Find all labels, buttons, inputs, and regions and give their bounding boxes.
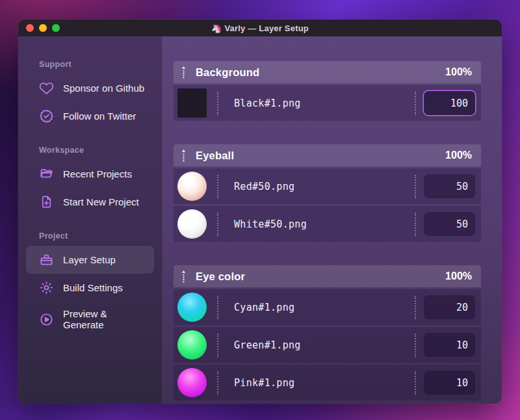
layer-row: Cyan#1.png 20	[174, 289, 481, 325]
sidebar-section: Workspace Recent Projects Start New Proj…	[18, 146, 162, 216]
divider-dotted	[217, 213, 218, 236]
drag-handle-icon[interactable]	[180, 65, 188, 79]
layer-group-weight: 100%	[445, 66, 472, 78]
divider-dotted	[415, 371, 416, 395]
window-title: 🦄Varly — Layer Setup	[18, 23, 502, 33]
divider-dotted	[217, 334, 218, 357]
layer-weight-input[interactable]: 10	[424, 333, 475, 357]
app-icon: 🦄	[211, 23, 222, 33]
layer-row: White#50.png 50	[174, 206, 481, 242]
layer-filename: Pink#1.png	[234, 377, 294, 389]
sidebar-item-preview-generate[interactable]: Preview & Generate	[26, 302, 154, 337]
sidebar-item-follow-on-twitter[interactable]: Follow on Twitter	[26, 102, 154, 130]
white-sphere-thumbnail	[177, 209, 207, 239]
divider-dotted	[415, 213, 416, 236]
sidebar-item-label: Recent Projects	[63, 168, 132, 179]
play-circle-icon	[39, 312, 54, 327]
layer-setup-panel: Background 100% Black#1.png 100 Eyeball …	[162, 36, 502, 404]
sidebar-item-label: Start New Project	[63, 196, 139, 207]
layer-filename: Black#1.png	[234, 98, 301, 109]
sidebar-item-build-settings[interactable]: Build Settings	[26, 274, 154, 302]
layer-filename: White#50.png	[234, 218, 307, 230]
divider-dotted	[217, 296, 218, 319]
green-sphere-thumbnail	[177, 330, 207, 360]
layer-group-title: Background	[196, 66, 259, 79]
divider-dotted	[415, 334, 416, 357]
sidebar-item-recent-projects[interactable]: Recent Projects	[26, 160, 154, 188]
drag-handle-icon[interactable]	[180, 269, 188, 283]
sidebar-item-label: Build Settings	[63, 282, 123, 293]
sidebar-section: Support Sponsor on Github Follow on Twit…	[18, 60, 162, 130]
heart-icon	[39, 81, 54, 96]
layer-group-weight: 100%	[445, 270, 472, 282]
layer-group-header: Eye color 100%	[174, 265, 481, 287]
layer-weight-input[interactable]: 20	[424, 295, 475, 319]
layer-group-weight: 100%	[445, 150, 472, 161]
divider-dotted	[217, 175, 218, 198]
layer-weight-input[interactable]: 50	[424, 212, 475, 236]
divider-dotted	[415, 92, 416, 115]
window-title-text: Varly — Layer Setup	[224, 23, 309, 33]
layer-weight-input[interactable]: 100	[424, 91, 475, 115]
gear-icon	[39, 280, 54, 295]
folder-icon	[39, 166, 54, 181]
layer-group-header: Eyeball 100%	[174, 144, 481, 166]
red-sphere-thumbnail	[177, 172, 207, 201]
sidebar-item-label: Follow on Twitter	[63, 111, 136, 122]
layer-filename: Red#50.png	[234, 181, 294, 192]
sidebar-section-label: Support	[39, 60, 162, 69]
divider-dotted	[415, 296, 416, 319]
titlebar: 🦄Varly — Layer Setup	[18, 20, 502, 36]
layer-weight-input[interactable]: 10	[424, 371, 475, 395]
layer-row: Pink#1.png 10	[174, 365, 481, 400]
layer-group-eye-color: Eye color 100% Cyan#1.png 20 Green#1.png…	[174, 265, 481, 400]
sidebar-item-label: Layer Setup	[63, 254, 116, 265]
sidebar-section-label: Project	[39, 231, 162, 241]
cyan-sphere-thumbnail	[177, 293, 207, 322]
layer-group-background: Background 100% Black#1.png 100	[174, 61, 481, 121]
sidebar-item-label: Sponsor on Github	[63, 83, 144, 94]
layer-row: Black#1.png 100	[174, 85, 481, 121]
sidebar-item-sponsor-on-github[interactable]: Sponsor on Github	[26, 74, 154, 102]
divider-dotted	[217, 92, 218, 115]
layer-filename: Cyan#1.png	[234, 302, 294, 313]
pink-sphere-thumbnail	[177, 368, 207, 397]
sidebar-item-layer-setup[interactable]: Layer Setup	[26, 246, 154, 274]
drag-handle-icon[interactable]	[180, 148, 188, 163]
layers-icon	[39, 252, 54, 267]
verified-badge-icon	[39, 109, 54, 124]
sidebar: Support Sponsor on Github Follow on Twit…	[18, 36, 162, 404]
divider-dotted	[217, 371, 218, 395]
layer-row: Red#50.png 50	[174, 168, 481, 204]
black-square-thumbnail	[177, 88, 207, 118]
layer-group-title: Eye color	[196, 270, 245, 283]
layer-weight-input[interactable]: 50	[424, 174, 475, 198]
layer-filename: Green#1.png	[234, 339, 301, 351]
app-window: 🦄Varly — Layer Setup Support Sponsor on …	[18, 20, 502, 404]
layer-group-title: Eyeball	[196, 150, 234, 162]
layer-group-eyeball: Eyeball 100% Red#50.png 50 White#50.png …	[174, 144, 481, 242]
sidebar-item-start-new-project[interactable]: Start New Project	[26, 188, 154, 216]
sidebar-item-label: Preview & Generate	[63, 308, 149, 330]
layer-group-header: Background 100%	[174, 61, 481, 83]
layer-row: Green#1.png 10	[174, 327, 481, 363]
divider-dotted	[415, 175, 416, 198]
sidebar-section-label: Workspace	[39, 146, 162, 155]
sidebar-section: Project Layer Setup Build Settings Previ…	[18, 231, 162, 337]
file-plus-icon	[39, 194, 54, 209]
